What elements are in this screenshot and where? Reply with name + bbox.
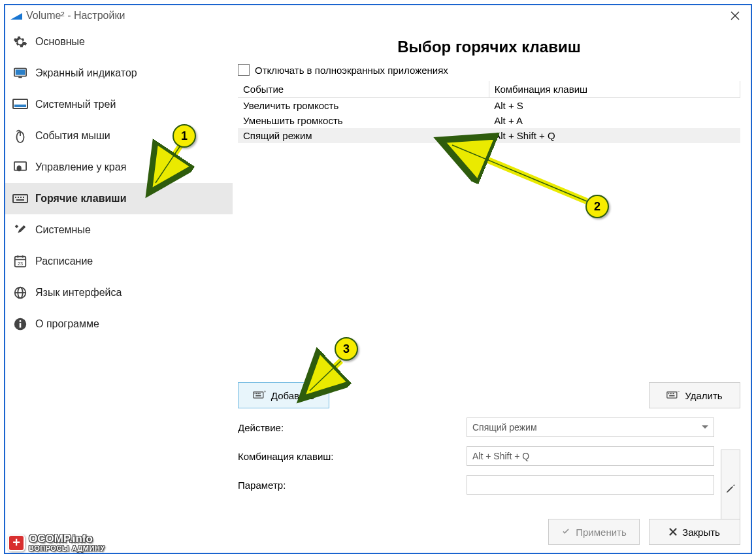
keyboard-plus-icon: + (253, 390, 266, 401)
window-title: Volume² - Настройки (26, 10, 125, 22)
table-row[interactable]: Увеличить громкость Alt + S (238, 98, 740, 114)
sidebar-item-edge[interactable]: Управление у края (5, 152, 233, 183)
param-label: Параметр: (238, 480, 467, 491)
callout-3: 3 (335, 337, 358, 361)
sidebar-item-hotkeys[interactable]: Горячие клавиши (5, 183, 233, 214)
col-event[interactable]: Событие (238, 81, 489, 98)
delete-button-label: Удалить (685, 390, 722, 401)
svg-point-11 (17, 165, 22, 171)
svg-point-27 (20, 320, 22, 322)
svg-rect-36 (667, 391, 677, 397)
svg-rect-34 (255, 395, 261, 396)
svg-line-50 (452, 145, 587, 201)
sidebar-item-language[interactable]: Язык интерфейса (5, 277, 233, 308)
globe-icon (12, 286, 29, 300)
svg-rect-5 (18, 76, 22, 78)
sidebar-item-label: О программе (35, 318, 99, 330)
delete-button[interactable]: − Удалить (649, 382, 740, 408)
calendar-icon: 23 (12, 254, 29, 269)
sidebar-item-label: Расписание (35, 255, 93, 267)
combo-input[interactable]: Alt + Shift + Q (467, 446, 714, 466)
keyboard-icon (12, 193, 29, 204)
close-icon (669, 528, 677, 536)
monitor-icon (12, 67, 29, 80)
svg-rect-40 (673, 393, 674, 394)
callout-1: 1 (173, 124, 196, 148)
sidebar-item-label: Основные (35, 36, 85, 48)
svg-rect-14 (18, 197, 19, 198)
col-keys[interactable]: Комбинация клавиш (489, 81, 740, 98)
app-icon (10, 11, 22, 20)
watermark-line1: OCOMP.info (29, 534, 105, 544)
svg-text:−: − (678, 390, 680, 394)
sidebar-item-general[interactable]: Основные (5, 26, 233, 57)
tools-icon (12, 223, 29, 237)
svg-rect-7 (14, 105, 26, 107)
edit-button[interactable] (721, 450, 740, 528)
sidebar-item-about[interactable]: О программе (5, 308, 233, 340)
action-select[interactable]: Спящий режим (467, 418, 714, 437)
svg-rect-4 (16, 70, 25, 75)
check-icon (561, 527, 570, 536)
apply-button[interactable]: Применить (548, 519, 640, 545)
edge-control-icon (12, 161, 29, 174)
sidebar-item-tray[interactable]: Системный трей (5, 89, 233, 120)
svg-rect-13 (15, 197, 16, 198)
sidebar-item-system[interactable]: Системные (5, 214, 233, 246)
pencil-icon (725, 484, 736, 494)
info-icon (12, 317, 29, 331)
keyboard-minus-icon: − (666, 390, 680, 401)
svg-rect-28 (20, 323, 22, 327)
sidebar: Основные Экранный индикатор Системный тр… (5, 26, 233, 553)
svg-rect-33 (259, 393, 261, 394)
svg-line-53 (310, 361, 341, 391)
arrow-1 (146, 140, 192, 192)
arrow-3 (301, 355, 353, 401)
svg-rect-12 (13, 195, 27, 203)
table-row[interactable]: Уменьшить громкость Alt + A (238, 113, 740, 128)
param-input[interactable] (467, 475, 714, 495)
sidebar-item-osd[interactable]: Экранный индикатор (5, 57, 233, 89)
svg-text:23: 23 (18, 261, 23, 267)
disable-fullscreen-checkbox[interactable] (238, 64, 250, 76)
sidebar-item-label: Язык интерфейса (35, 287, 122, 299)
svg-rect-39 (672, 393, 673, 394)
svg-rect-30 (254, 393, 255, 394)
svg-rect-32 (257, 393, 259, 394)
close-dialog-button[interactable]: Закрыть (649, 519, 740, 545)
svg-rect-38 (670, 393, 671, 394)
svg-line-47 (156, 144, 182, 183)
svg-rect-17 (16, 199, 24, 201)
svg-rect-15 (20, 197, 22, 198)
action-label: Действие: (238, 422, 467, 433)
sidebar-item-label: События мыши (35, 130, 110, 142)
svg-rect-31 (256, 393, 257, 394)
page-title: Выбор горячих клавиш (238, 38, 740, 56)
content-panel: Выбор горячих клавиш Отключать в полноэк… (233, 26, 751, 553)
watermark-plus-icon: + (8, 534, 25, 551)
svg-rect-29 (254, 391, 263, 397)
svg-rect-37 (668, 393, 670, 394)
hotkeys-table: Событие Комбинация клавиш Увеличить гром… (238, 81, 740, 378)
sidebar-item-label: Системные (35, 224, 91, 236)
svg-marker-0 (10, 13, 22, 20)
mouse-icon (12, 129, 29, 143)
svg-rect-16 (23, 197, 24, 198)
close-button[interactable] (722, 7, 748, 25)
sidebar-item-schedule[interactable]: 23 Расписание (5, 246, 233, 277)
tray-icon (12, 99, 29, 110)
close-button-label: Закрыть (682, 527, 720, 538)
sidebar-item-mouse[interactable]: События мыши (5, 120, 233, 152)
settings-window: Volume² - Настройки Основные Экранный ин… (4, 4, 752, 554)
gear-icon (12, 35, 29, 49)
sidebar-item-label: Экранный индикатор (35, 67, 137, 79)
watermark-line2: ВОПРОСЫ АДМИНУ (29, 545, 105, 551)
combo-label: Комбинация клавиш: (238, 451, 467, 462)
watermark: + OCOMP.info ВОПРОСЫ АДМИНУ (8, 534, 105, 551)
sidebar-item-label: Системный трей (35, 99, 116, 110)
sidebar-item-label: Горячие клавиши (35, 193, 127, 205)
disable-fullscreen-label: Отключать в полноэкранных приложениях (255, 65, 448, 76)
svg-text:+: + (264, 390, 266, 394)
svg-rect-41 (670, 395, 675, 396)
arrow-2 (444, 137, 595, 209)
